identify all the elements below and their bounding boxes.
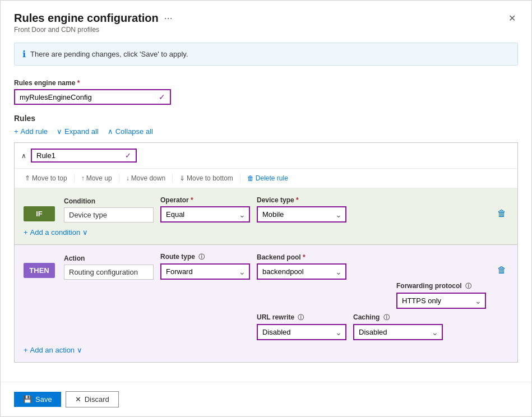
operator-field-group: Operator * Equal Not Equal [160, 196, 250, 223]
modal-dots-button[interactable]: ··· [164, 12, 173, 24]
backend-pool-field-group: Backend pool * backendpool [257, 253, 346, 280]
condition-value: Device type [64, 207, 154, 223]
rule-name-input[interactable] [36, 151, 121, 160]
add-condition-chevron-icon: ∨ [82, 228, 88, 237]
add-condition-row: + Add a condition ∨ [24, 228, 508, 237]
condition-delete-button[interactable]: 🗑 [495, 206, 508, 221]
move-up-label: Move up [86, 174, 112, 182]
move-to-top-icon: ⇑ [25, 174, 30, 182]
rule-card: ∧ ✓ ⇑ Move to top ↑ Move up [14, 142, 518, 363]
url-rewrite-field-group: URL rewrite ⓘ Disabled Enabled [257, 313, 346, 340]
collapse-all-chevron: ∧ [108, 127, 113, 136]
operator-select[interactable]: Equal Not Equal [160, 206, 250, 223]
condition-field-group: Condition Device type [64, 197, 154, 223]
name-check-icon: ✓ [159, 92, 165, 101]
move-to-bottom-label: Move to bottom [187, 174, 233, 182]
info-banner-text: There are pending changes, click 'Save' … [30, 50, 188, 58]
move-down-label: Move down [131, 174, 165, 182]
info-banner-icon: ℹ [22, 49, 26, 59]
add-condition-button[interactable]: + Add a condition ∨ [24, 228, 88, 237]
then-row: THEN Action Routing configuration [24, 253, 508, 340]
move-to-top-button[interactable]: ⇑ Move to top [21, 172, 71, 184]
move-down-button[interactable]: ↓ Move down [123, 172, 169, 184]
collapse-all-button[interactable]: ∧ Collapse all [108, 127, 153, 136]
action-value: Routing configuration [64, 265, 154, 280]
rules-engine-name-input[interactable] [20, 93, 159, 101]
move-to-top-label: Move to top [32, 174, 67, 182]
modal-title-area: Rules engine configuration ··· Front Doo… [14, 12, 173, 34]
add-rule-icon: + [14, 127, 18, 136]
url-rewrite-select-wrapper: Disabled Enabled [257, 324, 346, 340]
add-action-plus-icon: + [24, 346, 28, 354]
move-down-icon: ↓ [126, 174, 129, 182]
expand-all-chevron: ∨ [57, 127, 62, 136]
action-delete-button[interactable]: 🗑 [495, 263, 508, 277]
move-up-icon: ↑ [81, 174, 85, 182]
rules-engine-name-input-wrapper: ✓ [14, 89, 171, 105]
forwarding-protocol-select[interactable]: HTTPS only HTTP only Match Request [396, 293, 486, 309]
device-type-select-wrapper: Mobile Desktop [257, 206, 346, 223]
action-label: Action [64, 254, 154, 262]
url-rewrite-label: URL rewrite ⓘ [257, 313, 346, 322]
operator-select-wrapper: Equal Not Equal [160, 206, 250, 223]
expand-all-button[interactable]: ∨ Expand all [57, 127, 99, 136]
caching-field-group: Caching ⓘ Disabled Enabled [353, 313, 443, 340]
rules-toolbar: + Add rule ∨ Expand all ∧ Collapse all [14, 127, 518, 136]
save-label: Save [35, 395, 52, 404]
caching-select[interactable]: Disabled Enabled [353, 324, 443, 340]
forwarding-protocol-row: Forwarding protocol ⓘ HTTPS only HTTP on… [64, 282, 486, 309]
modal-subtitle: Front Door and CDN profiles [14, 26, 173, 34]
add-rule-label: Add rule [21, 127, 48, 136]
discard-button[interactable]: ✕ Discard [66, 391, 119, 407]
add-condition-label: Add a condition [30, 228, 81, 237]
rules-section: Rules + Add rule ∨ Expand all ∧ Collapse… [14, 114, 518, 363]
condition-label: Condition [64, 197, 154, 205]
discard-icon: ✕ [75, 395, 81, 404]
condition-fields: Condition Device type Operator * [64, 196, 486, 223]
separator-3 [172, 174, 173, 183]
add-action-button[interactable]: + Add an action ∨ [24, 346, 82, 354]
modal: Rules engine configuration ··· Front Doo… [0, 0, 532, 417]
url-rewrite-info-icon: ⓘ [298, 314, 304, 321]
separator-2 [119, 174, 119, 183]
add-action-row: + Add an action ∨ [24, 346, 508, 354]
url-rewrite-select[interactable]: Disabled Enabled [257, 324, 346, 340]
forwarding-protocol-select-wrapper: HTTPS only HTTP only Match Request [396, 293, 486, 309]
if-section: IF Condition Device type Operator * [15, 188, 517, 245]
separator-4 [240, 174, 240, 183]
move-up-button[interactable]: ↑ Move up [78, 172, 115, 184]
device-type-field-group: Device type * Mobile Desktop [257, 196, 346, 223]
rules-engine-name-section: Rules engine name * ✓ [14, 79, 518, 105]
rule-collapse-button[interactable]: ∧ [21, 152, 26, 160]
caching-label: Caching ⓘ [353, 313, 443, 322]
modal-header: Rules engine configuration ··· Front Doo… [1, 1, 531, 38]
if-badge: IF [24, 206, 55, 221]
operator-label: Operator * [160, 196, 250, 204]
add-condition-plus-icon: + [24, 228, 28, 237]
move-to-bottom-button[interactable]: ⇓ Move to bottom [176, 172, 237, 184]
discard-label: Discard [85, 395, 109, 404]
action-content: Action Routing configuration Route type … [64, 253, 486, 340]
rules-engine-name-label: Rules engine name * [14, 79, 518, 87]
forwarding-protocol-info-icon: ⓘ [465, 282, 471, 289]
modal-footer: 💾 Save ✕ Discard [1, 382, 531, 416]
rule-name-check-icon: ✓ [125, 151, 131, 160]
expand-all-label: Expand all [64, 127, 99, 136]
action-field-group: Action Routing configuration [64, 254, 154, 280]
route-type-field-group: Route type ⓘ Forward Redirect [160, 253, 250, 280]
delete-rule-button[interactable]: 🗑 Delete rule [244, 172, 292, 184]
backend-pool-select-wrapper: backendpool [257, 263, 346, 280]
delete-rule-icon: 🗑 [247, 174, 254, 182]
rule-card-header: ∧ ✓ [15, 143, 517, 169]
add-rule-button[interactable]: + Add rule [14, 127, 48, 136]
add-action-chevron-icon: ∨ [77, 346, 82, 354]
device-type-select[interactable]: Mobile Desktop [257, 206, 346, 223]
device-type-label: Device type * [257, 196, 346, 204]
caching-select-wrapper: Disabled Enabled [353, 324, 443, 340]
route-type-select[interactable]: Forward Redirect [160, 263, 250, 280]
collapse-all-label: Collapse all [115, 127, 153, 136]
modal-close-button[interactable]: ✕ [506, 12, 518, 25]
save-button[interactable]: 💾 Save [14, 392, 61, 407]
backend-pool-select[interactable]: backendpool [257, 263, 346, 280]
modal-body: Rules engine name * ✓ Rules + Add rule ∨… [1, 70, 531, 382]
